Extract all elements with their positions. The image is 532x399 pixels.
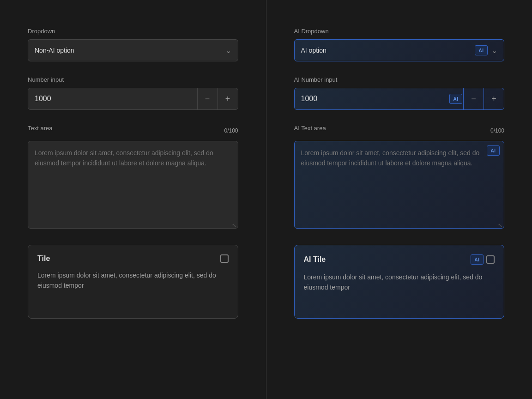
dropdown-section: Dropdown Non-AI option ⌄ <box>28 28 238 61</box>
tile: Tile Lorem ipsum dolor sit amet, consect… <box>28 245 238 319</box>
tile-header: Tile <box>37 254 229 263</box>
chevron-down-icon: ⌄ <box>225 46 231 55</box>
dropdown-value: Non-AI option <box>35 47 225 54</box>
resize-icon: ⤡ <box>232 223 236 228</box>
ai-badge-textarea: AI <box>487 145 500 156</box>
ai-increment-button[interactable]: + <box>484 88 504 109</box>
textarea-section: Text area 0/100 ⤡ <box>28 125 238 230</box>
ai-badge-dropdown: AI <box>475 45 488 55</box>
left-column: Dropdown Non-AI option ⌄ Number input 10… <box>0 0 266 399</box>
ai-textarea-section: AI Text area 0/100 AI ⤡ <box>294 125 505 230</box>
decrement-button[interactable]: − <box>197 88 218 109</box>
ai-number-input-control: 1000 AI − + <box>294 88 505 110</box>
number-input-section: Number input 1000 − + <box>28 76 238 110</box>
ai-char-count: 0/100 <box>490 127 504 134</box>
ai-tile-badge-group: AI <box>471 254 495 265</box>
ai-chevron-down-icon: ⌄ <box>491 46 497 55</box>
ai-textarea-input[interactable] <box>294 141 505 229</box>
number-input-label: Number input <box>28 76 238 83</box>
ai-tile-header: AI Tile AI <box>304 254 495 265</box>
tile-section: Tile Lorem ipsum dolor sit amet, consect… <box>28 245 238 319</box>
dropdown-label: Dropdown <box>28 28 238 35</box>
ai-dropdown-label: AI Dropdown <box>294 28 505 35</box>
ai-number-input-value: 1000 <box>295 95 450 103</box>
ai-tile: AI Tile AI Lorem ipsum dolor sit amet, c… <box>294 245 505 319</box>
ai-dropdown-control[interactable]: AI option AI ⌄ <box>294 39 505 61</box>
increment-button[interactable]: + <box>218 88 238 109</box>
number-input-value: 1000 <box>28 95 197 103</box>
textarea-wrapper: ⤡ <box>28 141 238 230</box>
dropdown-control[interactable]: Non-AI option ⌄ <box>28 39 238 61</box>
ai-textarea-label: AI Text area <box>294 125 326 132</box>
ai-badge-tile: AI <box>471 254 484 265</box>
textarea-input[interactable] <box>28 141 238 229</box>
right-column: AI Dropdown AI option AI ⌄ AI Number inp… <box>266 0 532 399</box>
textarea-header: Text area 0/100 <box>28 125 238 136</box>
ai-number-input-label: AI Number input <box>294 76 505 83</box>
tile-badge-group <box>220 254 229 263</box>
page-layout: Dropdown Non-AI option ⌄ Number input 10… <box>0 0 532 399</box>
tile-checkbox[interactable] <box>220 254 229 263</box>
ai-tile-title: AI Tile <box>304 255 326 264</box>
ai-tile-body: Lorem ipsum dolor sit amet, consectetur … <box>304 272 495 293</box>
ai-tile-checkbox[interactable] <box>486 255 495 264</box>
char-count: 0/100 <box>224 127 238 134</box>
ai-textarea-wrapper: AI ⤡ <box>294 141 505 230</box>
ai-number-input-section: AI Number input 1000 AI − + <box>294 76 505 110</box>
ai-tile-section: AI Tile AI Lorem ipsum dolor sit amet, c… <box>294 245 505 319</box>
ai-decrement-button[interactable]: − <box>463 88 484 109</box>
tile-title: Tile <box>37 254 50 263</box>
ai-textarea-header: AI Text area 0/100 <box>294 125 505 136</box>
ai-badge-number: AI <box>449 94 462 104</box>
textarea-label: Text area <box>28 125 52 132</box>
ai-resize-icon: ⤡ <box>498 223 502 228</box>
tile-body: Lorem ipsum dolor sit amet, consectetur … <box>37 270 229 291</box>
ai-dropdown-section: AI Dropdown AI option AI ⌄ <box>294 28 505 61</box>
number-input-control: 1000 − + <box>28 88 238 110</box>
ai-dropdown-value: AI option <box>301 47 475 54</box>
